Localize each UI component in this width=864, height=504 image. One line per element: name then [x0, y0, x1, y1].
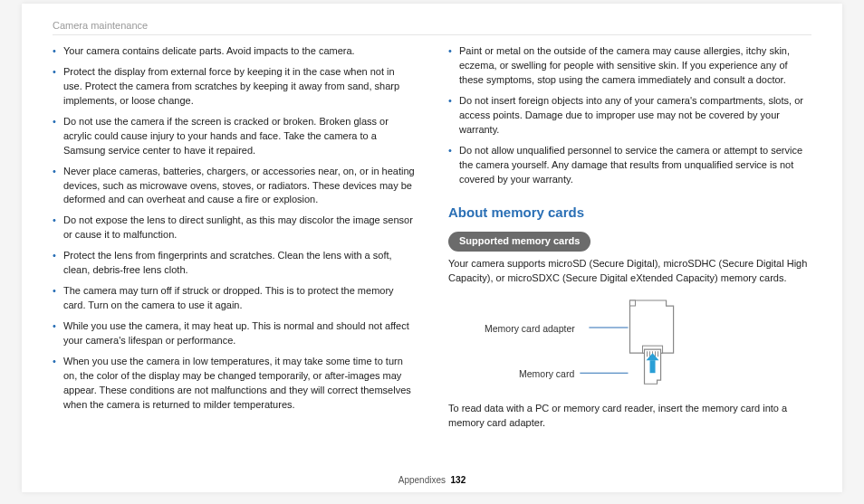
page-number: 132	[451, 475, 466, 485]
list-item: Do not use the camera if the screen is c…	[53, 115, 416, 158]
list-item: Protect the display from external force …	[53, 65, 416, 109]
pill-supported-memory-cards: Supported memory cards	[448, 232, 590, 252]
left-bullet-list: Your camera contains delicate parts. Avo…	[53, 44, 416, 413]
list-item: When you use the camera in low temperatu…	[53, 355, 416, 413]
list-item: Paint or metal on the outside of the cam…	[448, 44, 811, 88]
list-item: Do not insert foreign objects into any o…	[448, 94, 811, 138]
list-item: While you use the camera, it may heat up…	[53, 319, 416, 348]
content-columns: Your camera contains delicate parts. Avo…	[53, 44, 811, 440]
list-item: The camera may turn off if struck or dro…	[53, 284, 416, 313]
footer-section: Appendixes	[398, 475, 446, 485]
supported-cards-text: Your camera supports microSD (Secure Dig…	[448, 257, 811, 286]
memory-card-svg	[448, 295, 811, 395]
left-column: Your camera contains delicate parts. Avo…	[53, 44, 416, 440]
list-item: Your camera contains delicate parts. Avo…	[53, 44, 416, 59]
after-diagram-text: To read data with a PC or memory card re…	[448, 402, 811, 431]
list-item: Never place cameras, batteries, chargers…	[53, 165, 416, 208]
list-item: Do not allow unqualified personnel to se…	[448, 144, 811, 187]
section-heading-about-memory-cards: About memory cards	[448, 203, 811, 223]
right-bullet-list: Paint or metal on the outside of the cam…	[448, 44, 811, 186]
divider	[53, 34, 811, 35]
memory-card-diagram: Memory card adapter Memory card	[448, 295, 811, 395]
svg-rect-8	[650, 360, 656, 373]
list-item: Do not expose the lens to direct sunligh…	[53, 214, 416, 242]
page-footer: Appendixes 132	[22, 475, 842, 485]
list-item: Protect the lens from fingerprints and s…	[53, 249, 416, 278]
page: Camera maintenance Your camera contains …	[22, 4, 842, 492]
right-column: Paint or metal on the outside of the cam…	[448, 44, 811, 440]
breadcrumb: Camera maintenance	[53, 20, 811, 31]
